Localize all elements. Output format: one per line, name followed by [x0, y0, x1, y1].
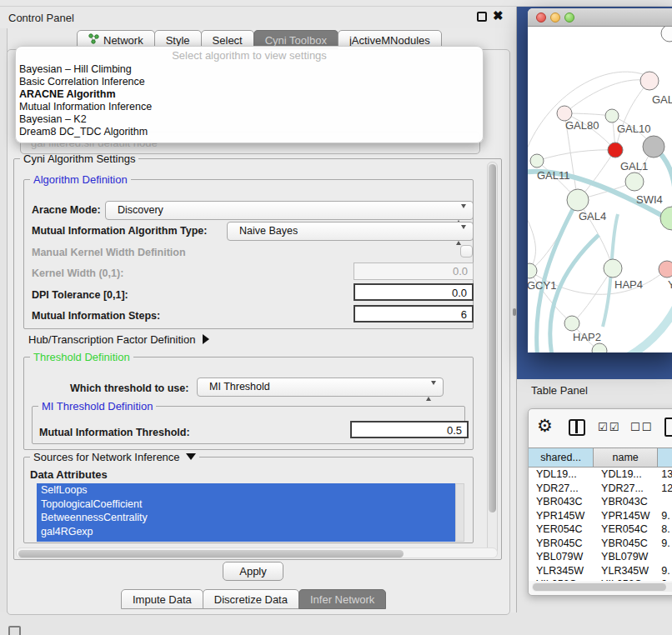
network-view-window: GAL GAL80 GAL10 GAL1 GAL11 SWI4 GAL4 GCY… [528, 8, 672, 352]
minimize-button[interactable] [550, 12, 560, 22]
screen: Control Panel ✖ Network Style Select Cyn… [0, 0, 672, 635]
node-gray[interactable] [643, 136, 664, 158]
cell: YBR043C [594, 495, 658, 509]
hub-definition-expander[interactable]: Hub/Transcription Factor Definition [28, 333, 209, 346]
settings-vertical-scrollbar[interactable] [487, 162, 498, 555]
node-hap2[interactable] [564, 316, 579, 331]
node-label-gal: GAL [652, 93, 672, 106]
control-panel-titlebar[interactable]: Control Panel ✖ [0, 7, 516, 28]
manual-kernel-checkbox[interactable] [460, 245, 473, 258]
scrollbar-thumb[interactable] [533, 583, 666, 591]
list-item[interactable]: BetweennessCentrality [37, 511, 455, 525]
scrollbar-thumb[interactable] [489, 164, 496, 512]
document-icon[interactable] [664, 418, 672, 437]
splitpane-grip[interactable] [513, 308, 516, 316]
list-item[interactable]: TopologicalCoefficient [37, 498, 455, 512]
algorithm-option[interactable]: Basic Correlation Inference [19, 76, 478, 88]
cell: 13 [658, 468, 672, 482]
collapse-arrow-icon [186, 453, 196, 460]
cell: 9. [658, 564, 672, 578]
table-row[interactable]: YPR145WYPR145W9. [529, 509, 672, 523]
kernel-width-field[interactable]: 0.0 [354, 262, 474, 280]
aracne-mode-select[interactable]: Discovery [105, 201, 474, 220]
table-horizontal-scrollbar[interactable] [532, 582, 672, 592]
float-panel-icon[interactable] [477, 12, 487, 22]
list-item[interactable]: gal4RGexp [37, 525, 455, 539]
node-red-selected[interactable] [608, 142, 623, 158]
combo-spinner-icon [426, 382, 436, 400]
mi-steps-field[interactable]: 6 [354, 305, 474, 322]
network-canvas[interactable]: GAL GAL80 GAL10 GAL1 GAL11 SWI4 GAL4 GCY… [528, 27, 672, 352]
deselect-all-columns-icon[interactable]: ☐☐ [630, 421, 653, 433]
close-button[interactable] [536, 12, 546, 22]
algorithm-option[interactable]: Dream8 DC_TDC Algorithm [19, 126, 478, 138]
table-row[interactable]: YBR045CYBR045C9. [529, 537, 672, 551]
column-header-name[interactable]: name [594, 448, 658, 467]
group-legend: Cyni Algorithm Settings [20, 152, 138, 165]
node-label-gal11: GAL11 [537, 169, 570, 182]
node-swi4[interactable] [660, 207, 672, 230]
network-graph: GAL GAL80 GAL10 GAL1 GAL11 SWI4 GAL4 GCY… [528, 27, 672, 352]
mi-type-select[interactable]: Naive Bayes [227, 222, 474, 241]
cell: YDL19... [529, 468, 594, 482]
restore-panel-icon[interactable] [8, 626, 21, 635]
node-unlabeled-bottom[interactable] [592, 343, 607, 352]
close-icon[interactable]: ✖ [493, 8, 504, 23]
algorithm-option[interactable]: Bayesian – Hill Climbing [19, 63, 478, 76]
table-row[interactable]: YLR345WYLR345W9. [529, 564, 672, 578]
tab-infer-network[interactable]: Infer Network [298, 589, 386, 609]
cell: 12 [658, 482, 672, 496]
dpi-tolerance-label: DPI Tolerance [0,1]: [32, 289, 128, 301]
table-row[interactable]: YER054CYER054C8. [529, 522, 672, 537]
table-row[interactable]: YDR27...YDR27...12 [529, 482, 672, 496]
combo-spinner-icon [456, 206, 466, 223]
tab-impute-data[interactable]: Impute Data [121, 589, 203, 609]
gear-icon[interactable]: ⚙ [537, 416, 553, 436]
select-all-columns-icon[interactable]: ☑☑ [598, 421, 620, 433]
node-hap4[interactable] [604, 259, 622, 278]
column-header-partial[interactable] [658, 448, 672, 467]
mi-threshold-field[interactable]: 0.5 [350, 421, 469, 438]
columns-icon[interactable] [569, 419, 585, 436]
node-group [528, 27, 672, 352]
algorithm-option-highlighted[interactable]: ARACNE Algorithm [19, 88, 478, 101]
dpi-tolerance-field[interactable]: 0.0 [354, 283, 474, 301]
node-label-swi4: SWI4 [636, 193, 663, 206]
attribute-list-scrollbar[interactable] [455, 483, 464, 542]
node-gal11[interactable] [530, 154, 544, 168]
node-gal4[interactable] [567, 189, 589, 211]
sources-legend-label: Sources for Network Inference [33, 451, 180, 463]
zoom-button[interactable] [564, 12, 574, 22]
node-gal-partial[interactable] [640, 72, 659, 90]
table-row[interactable]: YDL19...YDL19...13 [529, 468, 672, 482]
cell: YBL079W [529, 550, 594, 564]
settings-horizontal-scrollbar[interactable] [16, 548, 498, 558]
node-gal10[interactable] [605, 109, 619, 122]
algorithm-options-list: Bayesian – Hill Climbing Basic Correlati… [19, 63, 478, 138]
which-threshold-value: MI Threshold [209, 381, 270, 392]
scrollbar-thumb[interactable] [18, 550, 404, 558]
table-row[interactable]: YIL052CYIL052C9 [529, 578, 672, 581]
apply-button[interactable]: Apply [223, 562, 283, 581]
tab-discretize-data[interactable]: Discretize Data [203, 589, 299, 609]
node-unlabeled-top[interactable] [661, 27, 672, 42]
algorithm-option[interactable]: Bayesian – K2 [19, 113, 478, 126]
sources-legend[interactable]: Sources for Network Inference [30, 451, 199, 463]
cell: YLR345W [594, 564, 658, 578]
node-label-gal4: GAL4 [579, 210, 606, 222]
network-window-titlebar[interactable] [528, 8, 672, 27]
which-threshold-select[interactable]: MI Threshold [197, 378, 444, 397]
table-row[interactable]: YBL079WYBL079W [529, 550, 672, 564]
list-item[interactable]: SelfLoops [37, 483, 455, 498]
cell: YDR27... [529, 482, 594, 496]
data-attributes-label: Data Attributes [30, 468, 108, 481]
algorithm-option[interactable]: Mutual Information Inference [19, 101, 478, 113]
tab-label: Infer Network [310, 590, 374, 609]
data-attributes-list[interactable]: SelfLoops TopologicalCoefficient Between… [37, 483, 455, 542]
cell: YDL19... [594, 468, 658, 482]
cell: YPR145W [594, 509, 658, 523]
node-gal1[interactable] [625, 172, 644, 191]
column-header-shared-name[interactable]: shared... [529, 448, 594, 467]
node-y-partial[interactable] [659, 261, 672, 278]
table-row[interactable]: YBR043CYBR043C [529, 495, 672, 509]
